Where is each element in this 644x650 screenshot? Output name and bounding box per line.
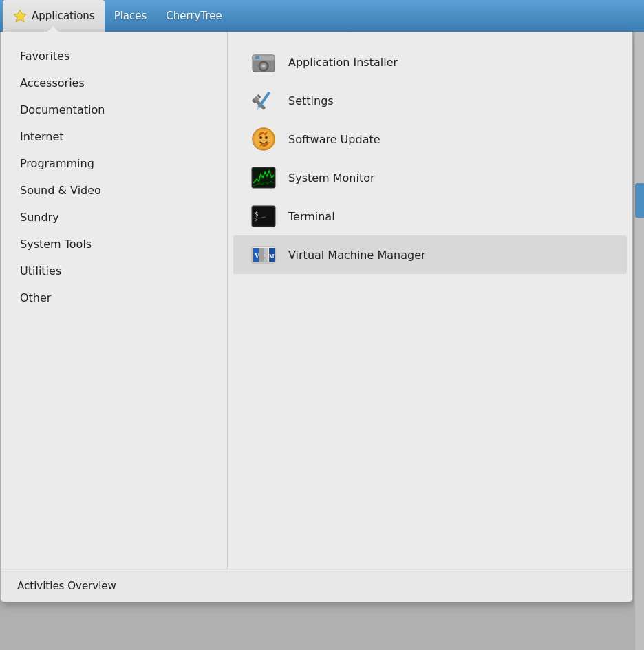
app-item-terminal[interactable]: $ _ > Terminal	[233, 197, 627, 235]
bottom-bar: Activities Overview	[1, 569, 632, 602]
vbox-icon: V M	[250, 241, 277, 269]
menu-places[interactable]: Places	[105, 0, 157, 32]
svg-point-17	[259, 136, 262, 139]
svg-rect-20	[253, 169, 274, 187]
favorites-label: Favorites	[20, 50, 69, 63]
terminal-icon: $ _ >	[250, 202, 277, 230]
applications-label: Applications	[32, 10, 95, 22]
sidebar-item-programming[interactable]: Programming	[3, 150, 224, 177]
applications-dropdown: Favorites Accessories Documentation Inte…	[0, 32, 633, 602]
sidebar-item-utilities[interactable]: Utilities	[3, 258, 224, 284]
svg-text:V: V	[255, 252, 260, 260]
scrollbar-thumb[interactable]	[635, 183, 644, 218]
sidebar-item-internet[interactable]: Internet	[3, 123, 224, 150]
svg-rect-8	[255, 56, 259, 59]
settings-label: Settings	[288, 94, 334, 107]
activities-overview[interactable]: Activities Overview	[17, 580, 116, 592]
sidebar-item-documentation[interactable]: Documentation	[3, 96, 224, 123]
sound-video-label: Sound & Video	[20, 184, 101, 197]
apps-list: Application Installer	[228, 32, 632, 569]
software-update-icon	[250, 125, 277, 153]
internet-label: Internet	[20, 130, 64, 143]
settings-icon	[250, 87, 277, 114]
sidebar-item-system-tools[interactable]: System Tools	[3, 231, 224, 258]
app-installer-icon	[250, 48, 277, 76]
svg-rect-28	[264, 248, 268, 262]
app-item-installer[interactable]: Application Installer	[233, 43, 627, 81]
svg-point-7	[263, 65, 265, 67]
scrollbar-track[interactable]	[634, 32, 644, 650]
system-tools-label: System Tools	[20, 238, 92, 251]
menu-bar: Applications Places CherryTree	[0, 0, 644, 32]
svg-point-18	[265, 136, 268, 139]
software-update-label: Software Update	[288, 133, 380, 146]
app-item-settings[interactable]: Settings	[233, 81, 627, 120]
svg-text:M: M	[269, 253, 275, 260]
documentation-label: Documentation	[20, 103, 105, 116]
terminal-label: Terminal	[288, 210, 335, 223]
other-label: Other	[20, 291, 51, 304]
system-monitor-label: System Monitor	[288, 171, 375, 185]
app-installer-label: Application Installer	[288, 56, 398, 69]
vbox-label: Virtual Machine Manager	[288, 249, 426, 262]
sundry-label: Sundry	[20, 211, 59, 224]
app-item-vbox[interactable]: V M Virtual Machine Manager	[233, 235, 627, 274]
dropdown-content: Favorites Accessories Documentation Inte…	[1, 32, 632, 569]
sidebar-item-favorites[interactable]: Favorites	[3, 43, 224, 70]
system-monitor-icon	[250, 164, 277, 191]
svg-rect-27	[259, 248, 264, 262]
svg-text:>: >	[255, 217, 258, 223]
cherrytree-label: CherryTree	[166, 10, 222, 22]
accessories-label: Accessories	[20, 76, 85, 90]
places-label: Places	[114, 10, 147, 22]
sidebar-item-accessories[interactable]: Accessories	[3, 70, 224, 96]
sidebar-item-other[interactable]: Other	[3, 284, 224, 311]
sidebar-item-sound-video[interactable]: Sound & Video	[3, 177, 224, 204]
utilities-label: Utilities	[20, 264, 61, 277]
menu-cherrytree[interactable]: CherryTree	[156, 0, 231, 32]
app-item-system-monitor[interactable]: System Monitor	[233, 158, 627, 197]
applications-icon	[12, 8, 28, 23]
sidebar-item-sundry[interactable]: Sundry	[3, 204, 224, 231]
app-item-software-update[interactable]: Software Update	[233, 120, 627, 158]
category-sidebar: Favorites Accessories Documentation Inte…	[1, 32, 228, 569]
programming-label: Programming	[20, 157, 94, 170]
